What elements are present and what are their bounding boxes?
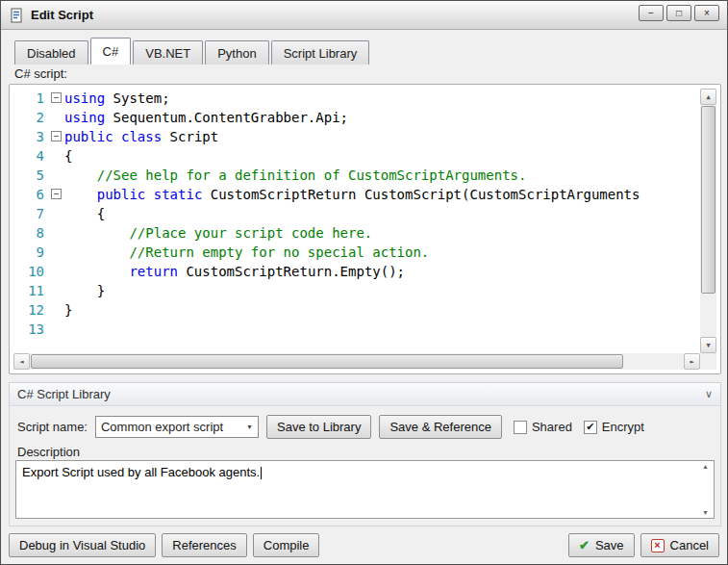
line-number: 11 — [13, 281, 50, 300]
scroll-left-icon[interactable]: ◄ — [13, 353, 30, 370]
line-number: 2 — [13, 108, 50, 127]
cancel-button-label: Cancel — [670, 538, 709, 552]
code-line[interactable]: 4{ — [13, 146, 700, 166]
shared-checkbox[interactable] — [514, 421, 527, 434]
footer-left-buttons: Debug in Visual Studio References Compil… — [9, 533, 319, 557]
tab-script-library[interactable]: Script Library — [271, 40, 370, 64]
line-number: 7 — [13, 204, 50, 223]
debug-in-visual-studio-button[interactable]: Debug in Visual Studio — [9, 533, 156, 557]
encrypt-checkbox[interactable]: ✔ — [584, 421, 597, 434]
save-button-label: Save — [595, 538, 624, 552]
close-icon[interactable]: × — [694, 5, 719, 21]
code-text: } — [64, 300, 72, 320]
references-button[interactable]: References — [162, 533, 246, 557]
description-scroll-arrows: ▲ ▼ — [699, 463, 712, 516]
code-editor-frame: 1−using System;2using Sequentum.ContentG… — [9, 84, 721, 374]
code-line[interactable]: 1−using System; — [13, 89, 700, 108]
scroll-up-icon[interactable]: ▲ — [700, 89, 716, 105]
fold-column — [50, 262, 64, 281]
code-editor[interactable]: 1−using System;2using Sequentum.ContentG… — [13, 89, 716, 370]
horizontal-scrollbar[interactable]: ◄ ► — [13, 353, 700, 370]
line-number: 4 — [13, 146, 50, 166]
chevron-down-icon[interactable]: ∨ — [705, 388, 713, 400]
scroll-down-icon[interactable]: ▼ — [700, 337, 716, 353]
code-text: { — [64, 146, 72, 166]
horizontal-scrollbar-thumb[interactable] — [31, 354, 623, 369]
code-text: //See help for a definition of CustomScr… — [64, 166, 526, 185]
code-text: public class Script — [64, 127, 218, 146]
code-text: using Sequentum.ContentGrabber.Api; — [64, 108, 348, 127]
tab-vbnet[interactable]: VB.NET — [133, 40, 203, 64]
script-name-label: Script name: — [17, 420, 88, 434]
footer-right-buttons: ✔ Save × Cancel — [568, 533, 719, 557]
vertical-scrollbar[interactable]: ▲ ▼ — [700, 89, 716, 353]
line-number: 6 — [13, 185, 50, 204]
window-title: Edit Script — [31, 8, 93, 22]
scroll-down-icon[interactable]: ▼ — [702, 509, 709, 516]
encrypt-check-group: ✔ Encrypt — [584, 420, 644, 434]
line-number: 1 — [13, 89, 50, 108]
title-bar[interactable]: Edit Script − □ × — [1, 1, 727, 30]
scrollbar-corner — [700, 353, 716, 370]
code-line[interactable]: 9 //Return empty for no special action. — [13, 243, 700, 262]
script-name-combobox[interactable]: Common export script ▼ — [95, 416, 259, 438]
code-text: { — [64, 204, 105, 223]
scroll-up-icon[interactable]: ▲ — [702, 463, 709, 470]
tab-disabled[interactable]: Disabled — [14, 40, 88, 64]
fold-column: − — [50, 185, 64, 204]
edit-script-icon — [9, 8, 24, 23]
line-number: 9 — [13, 243, 50, 262]
code-lines[interactable]: 1−using System;2using Sequentum.ContentG… — [13, 89, 700, 353]
code-text: //Place your script code here. — [64, 223, 372, 243]
tab-csharp[interactable]: C# — [90, 38, 132, 64]
vertical-scrollbar-thumb[interactable] — [701, 106, 715, 294]
save-to-library-button[interactable]: Save to Library — [266, 415, 371, 439]
code-line[interactable]: 11 } — [13, 281, 700, 300]
tab-python[interactable]: Python — [205, 40, 268, 64]
fold-toggle-icon[interactable]: − — [51, 131, 62, 141]
code-line[interactable]: 10 return CustomScriptReturn.Empty(); — [13, 262, 700, 281]
cancel-x-icon: × — [651, 539, 665, 552]
fold-toggle-icon[interactable]: − — [51, 92, 62, 103]
code-line[interactable]: 12} — [13, 300, 700, 320]
edit-script-dialog: Edit Script − □ × Disabled C# VB.NET Pyt… — [0, 0, 728, 565]
script-group-label: C# script: — [14, 66, 67, 81]
text-cursor — [261, 467, 262, 479]
compile-button[interactable]: Compile — [253, 533, 320, 557]
shared-label: Shared — [532, 420, 572, 434]
code-line[interactable]: 8 //Place your script code here. — [13, 223, 700, 243]
description-field[interactable]: Export Script used by all Facebook agent… — [15, 460, 715, 519]
code-text: public static CustomScriptReturn CustomS… — [64, 185, 640, 204]
fold-column — [50, 300, 64, 320]
shared-check-group: Shared — [514, 420, 572, 434]
fold-column — [50, 243, 64, 262]
dropdown-arrow-icon[interactable]: ▼ — [240, 424, 253, 430]
script-groupbox: C# script: 1−using System;2using Sequent… — [9, 66, 721, 374]
script-library-header[interactable]: C# Script Library ∨ — [10, 383, 720, 406]
code-line[interactable]: 3−public class Script — [13, 127, 700, 146]
code-line[interactable]: 2using Sequentum.ContentGrabber.Api; — [13, 108, 700, 127]
maximize-icon[interactable]: □ — [666, 5, 691, 21]
encrypt-label: Encrypt — [602, 420, 644, 434]
tab-strip: Disabled C# VB.NET Python Script Library — [14, 38, 369, 64]
code-line[interactable]: 7 { — [13, 204, 700, 223]
line-number: 10 — [13, 262, 50, 281]
line-number: 12 — [13, 300, 50, 320]
save-button[interactable]: ✔ Save — [568, 533, 635, 557]
save-and-reference-button[interactable]: Save & Reference — [379, 415, 502, 439]
script-name-value: Common export script — [101, 420, 223, 434]
fold-column — [50, 204, 64, 223]
scroll-right-icon[interactable]: ► — [684, 353, 700, 370]
code-line[interactable]: 6− public static CustomScriptReturn Cust… — [13, 185, 700, 204]
fold-toggle-icon[interactable]: − — [51, 189, 62, 199]
code-line[interactable]: 5 //See help for a definition of CustomS… — [13, 166, 700, 185]
script-library-header-label: C# Script Library — [17, 387, 111, 401]
code-line[interactable]: 13 — [13, 320, 700, 339]
cancel-button[interactable]: × Cancel — [640, 533, 719, 557]
minimize-icon[interactable]: − — [639, 5, 664, 21]
description-text: Export Script used by all Facebook agent… — [22, 465, 260, 479]
fold-column — [50, 146, 64, 166]
library-controls-row: Script name: Common export script ▼ Save… — [17, 415, 713, 439]
fold-column — [50, 108, 64, 127]
description-label: Description — [17, 445, 80, 459]
